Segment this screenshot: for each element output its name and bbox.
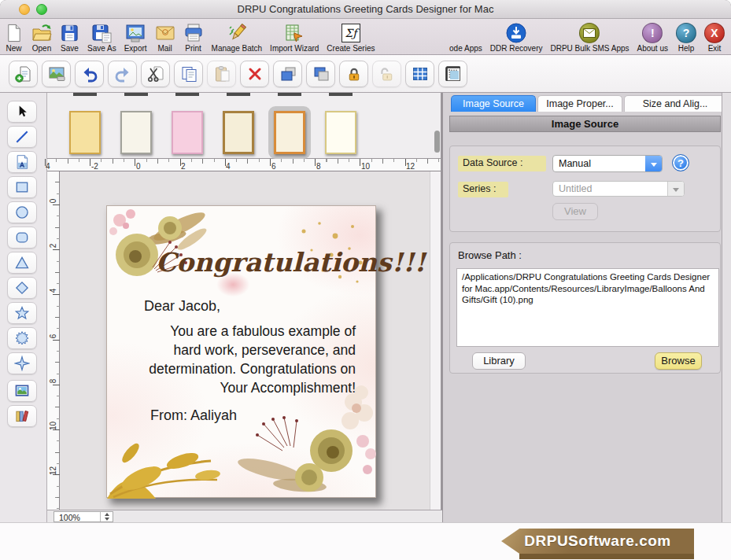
ruler-label: 8 xyxy=(49,374,57,389)
panel-scrollbar-track[interactable] xyxy=(722,93,731,522)
help-icon[interactable]: ? xyxy=(672,154,689,171)
starburst-icon xyxy=(14,330,30,346)
bring-to-front-button[interactable] xyxy=(273,61,302,87)
thumbnail-scrollbar[interactable] xyxy=(434,131,440,153)
tool-rectangle[interactable] xyxy=(7,176,37,198)
tool-starburst[interactable] xyxy=(7,327,37,349)
ruler-label: 4 xyxy=(46,162,50,171)
tool-library[interactable] xyxy=(7,405,37,427)
paste-button[interactable] xyxy=(207,61,236,87)
rounded-rectangle-icon xyxy=(14,230,30,245)
tool-line[interactable] xyxy=(7,126,37,148)
workspace: 4 -2 0 2 4 6 8 10 12 0 2 4 6 8 10 12 xyxy=(0,93,731,522)
cropped-thumbnail xyxy=(227,93,250,96)
tool-select[interactable] xyxy=(7,101,37,123)
tab-size-and-alignment[interactable]: Size and Alig... xyxy=(624,95,726,112)
grid-button[interactable] xyxy=(405,61,434,87)
toolbar-new[interactable]: New xyxy=(0,20,28,54)
toolbar-about-us[interactable]: ! About us xyxy=(633,20,672,54)
create-series-sigma-icon: Σƒ xyxy=(342,24,360,42)
tab-image-source[interactable]: Image Source xyxy=(451,95,536,112)
tool-ellipse[interactable] xyxy=(7,201,37,223)
ellipse-icon xyxy=(14,204,30,220)
tool-four-point-star[interactable] xyxy=(7,352,37,374)
delete-button[interactable] xyxy=(240,61,269,87)
card-message-line: You are a fabulous example of xyxy=(126,322,356,341)
zoom-control[interactable]: 100% xyxy=(54,511,113,522)
canvas-scrollbar-track[interactable] xyxy=(430,171,441,510)
toolbar-ddr-recovery[interactable]: DDR Recovery xyxy=(486,20,547,54)
save-as-floppy-icon xyxy=(91,23,112,43)
tool-star[interactable] xyxy=(7,302,37,324)
tab-image-properties[interactable]: Image Proper... xyxy=(537,95,622,112)
insert-image-button[interactable] xyxy=(42,61,71,87)
template-thumbnail-6[interactable] xyxy=(325,111,356,154)
toolbar-create-series[interactable]: Σƒ Create Series xyxy=(323,20,378,54)
tool-triangle[interactable] xyxy=(7,252,37,274)
toolbar-export[interactable]: Export xyxy=(120,20,151,54)
printer-icon xyxy=(183,23,204,43)
send-to-back-button[interactable] xyxy=(306,61,335,87)
tool-palette xyxy=(0,93,47,522)
browse-button[interactable]: Browse xyxy=(655,352,702,370)
insert-image-icon xyxy=(48,65,65,83)
template-thumbnail-2[interactable] xyxy=(120,111,152,154)
tool-rounded-rectangle[interactable] xyxy=(7,227,37,249)
ruler-label: 10 xyxy=(49,418,57,434)
toolbar-barcode-apps[interactable]: ode Apps xyxy=(445,20,486,54)
ruler-label: 4 xyxy=(226,162,231,171)
canvas-status-bar: 100% xyxy=(47,510,442,522)
template-thumbnail-5-selected[interactable] xyxy=(268,106,311,159)
tool-text[interactable] xyxy=(7,151,37,173)
add-page-button[interactable] xyxy=(9,61,38,87)
copy-button[interactable] xyxy=(174,61,203,87)
tool-diamond[interactable] xyxy=(7,277,37,299)
redo-button[interactable] xyxy=(108,61,137,87)
template-thumbnail-4[interactable] xyxy=(223,111,254,154)
zoom-decrease-icon xyxy=(105,518,109,521)
page-setup-button[interactable] xyxy=(438,61,467,87)
main-toolbar: New Open Save Save As Export Mail Print xyxy=(0,19,731,55)
window-title: DRPU Congratulations Greeting Cards Desi… xyxy=(0,3,731,15)
manage-batch-pencil-icon xyxy=(227,23,247,43)
toolbar-help[interactable]: ? Help xyxy=(672,20,700,54)
design-canvas[interactable]: Congratulations!!! Dear Jacob, You are a… xyxy=(60,171,430,510)
mail-envelope-icon xyxy=(155,23,175,43)
cropped-thumbnail xyxy=(278,93,301,96)
dropdown-arrow-icon[interactable] xyxy=(667,182,684,196)
toolbar-print[interactable]: Print xyxy=(179,20,208,54)
add-page-icon xyxy=(15,65,32,83)
greeting-card[interactable]: Congratulations!!! Dear Jacob, You are a… xyxy=(106,205,376,498)
toolbar-exit[interactable]: X Exit xyxy=(700,20,731,54)
lock-icon xyxy=(345,65,363,83)
toolbar-open[interactable]: Open xyxy=(28,20,56,54)
new-document-icon xyxy=(4,23,24,43)
about-exclamation-icon: ! xyxy=(642,23,663,43)
cut-button[interactable] xyxy=(141,61,170,87)
template-thumbnail-1[interactable] xyxy=(69,111,101,154)
library-button[interactable]: Library xyxy=(472,352,526,370)
zoom-stepper[interactable] xyxy=(100,512,113,521)
toolbar-mail[interactable]: Mail xyxy=(151,20,179,54)
series-dropdown[interactable]: Untitled xyxy=(552,181,685,197)
card-title: Congratulations!!! xyxy=(156,247,371,278)
library-books-icon xyxy=(14,408,30,424)
dropdown-arrow-icon[interactable] xyxy=(645,156,662,171)
toolbar-manage-batch[interactable]: Manage Batch xyxy=(208,20,267,54)
card-message-line: determination. Congratulations on xyxy=(126,359,356,378)
view-button[interactable]: View xyxy=(552,203,598,220)
ruler-label: 6 xyxy=(271,162,276,171)
toolbar-import-wizard[interactable]: Import Wizard xyxy=(266,20,323,54)
toolbar-save[interactable]: Save xyxy=(56,20,83,54)
help-question-icon: ? xyxy=(676,23,696,43)
undo-button[interactable] xyxy=(75,61,104,87)
toolbar-bulk-sms-apps[interactable]: DRPU Bulk SMS Apps xyxy=(546,20,633,54)
browse-path-value[interactable]: /Applications/DRPU Congratulations Greet… xyxy=(456,268,719,347)
export-image-icon xyxy=(125,23,146,43)
template-thumbnail-3[interactable] xyxy=(172,111,203,154)
unlock-button[interactable] xyxy=(372,61,401,87)
tool-image[interactable] xyxy=(7,380,37,402)
data-source-dropdown[interactable]: Manual xyxy=(552,155,663,172)
toolbar-save-as[interactable]: Save As xyxy=(83,20,120,54)
lock-button[interactable] xyxy=(339,61,368,87)
